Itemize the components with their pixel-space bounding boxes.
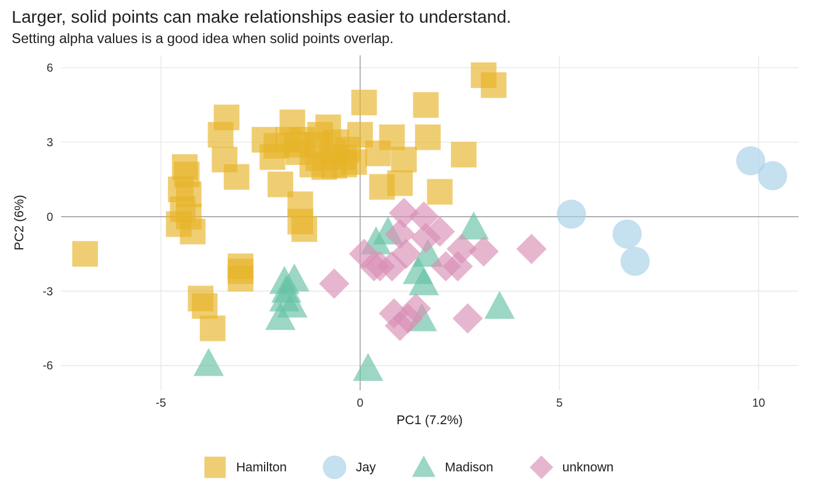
y-axis-label: PC2 (6%) xyxy=(12,195,26,250)
legend-item-hamilton: Hamilton xyxy=(202,454,287,480)
plot-panel: -50510 -6-3036 xyxy=(61,55,799,390)
svg-rect-19 xyxy=(192,293,217,319)
svg-rect-52 xyxy=(342,149,367,175)
svg-text:-6: -6 xyxy=(43,359,53,372)
triangle-icon xyxy=(411,454,437,480)
svg-rect-27 xyxy=(228,266,254,291)
legend-item-jay: Jay xyxy=(322,454,375,480)
y-axis-ticks: -6-3036 xyxy=(43,61,53,372)
svg-text:0: 0 xyxy=(47,210,53,223)
legend-label: Jay xyxy=(356,460,375,475)
svg-rect-63 xyxy=(451,142,477,167)
square-icon xyxy=(202,454,228,480)
svg-rect-62 xyxy=(427,179,453,205)
svg-text:3: 3 xyxy=(47,136,53,149)
svg-rect-24 xyxy=(224,164,249,190)
svg-rect-20 xyxy=(200,316,226,341)
svg-point-66 xyxy=(557,200,586,229)
chart-title: Larger, solid points can make relationsh… xyxy=(12,7,511,27)
svg-rect-57 xyxy=(379,125,405,150)
legend-label: Hamilton xyxy=(236,460,287,475)
svg-point-68 xyxy=(621,247,650,276)
legend-label: unknown xyxy=(562,460,614,475)
svg-marker-119 xyxy=(412,456,435,477)
x-axis-ticks: -50510 xyxy=(156,396,765,409)
circle-icon xyxy=(322,454,347,480)
svg-rect-61 xyxy=(413,92,439,118)
svg-rect-60 xyxy=(415,125,441,150)
svg-text:-3: -3 xyxy=(43,285,53,298)
svg-point-70 xyxy=(758,161,787,191)
svg-text:10: 10 xyxy=(752,396,765,409)
svg-rect-38 xyxy=(291,216,317,242)
legend-item-madison: Madison xyxy=(411,454,493,480)
svg-rect-53 xyxy=(351,90,377,115)
legend-item-unknown: unknown xyxy=(529,454,614,480)
scatter-svg: -50510 -6-3036 xyxy=(61,55,799,390)
legend: Hamilton Jay Madison unknown xyxy=(0,454,816,480)
svg-rect-117 xyxy=(205,457,226,478)
legend-label: Madison xyxy=(445,460,493,475)
svg-rect-22 xyxy=(208,122,234,147)
svg-point-118 xyxy=(323,456,346,479)
svg-marker-120 xyxy=(530,456,553,479)
svg-rect-39 xyxy=(287,192,313,217)
svg-rect-65 xyxy=(481,72,507,98)
diamond-icon xyxy=(529,454,554,480)
svg-text:-5: -5 xyxy=(156,396,166,409)
chart-container: Larger, solid points can make relationsh… xyxy=(0,0,816,504)
svg-rect-17 xyxy=(180,218,206,244)
chart-subtitle: Setting alpha values is a good idea when… xyxy=(12,30,393,47)
x-axis-label: PC1 (7.2%) xyxy=(396,413,463,427)
svg-rect-59 xyxy=(391,147,417,172)
svg-rect-58 xyxy=(387,170,413,196)
svg-text:5: 5 xyxy=(556,396,562,409)
svg-rect-9 xyxy=(72,241,98,267)
svg-text:0: 0 xyxy=(357,396,363,409)
svg-text:6: 6 xyxy=(47,61,53,74)
svg-point-67 xyxy=(613,220,642,249)
